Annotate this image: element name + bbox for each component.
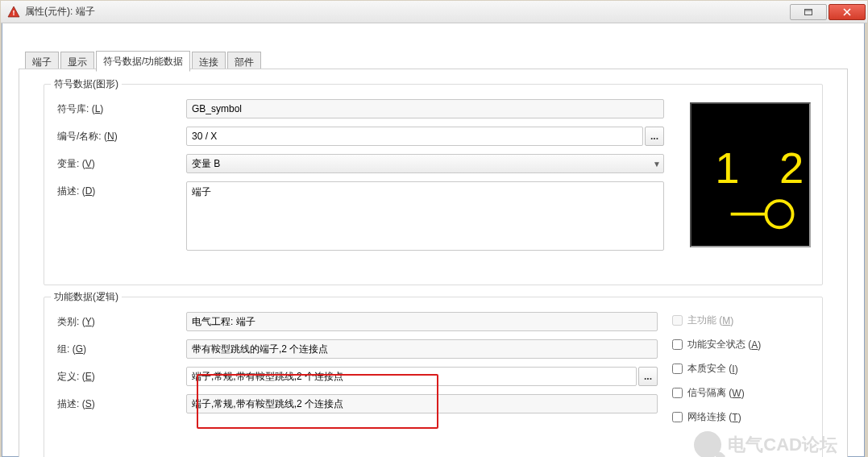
input-category[interactable] <box>186 312 658 331</box>
checkbox-input-safety[interactable] <box>672 339 683 350</box>
label-description: 描述: (D) <box>57 181 186 198</box>
input-definition[interactable] <box>186 367 637 386</box>
browse-definition-button[interactable]: ... <box>638 367 658 386</box>
checkbox-main: 主功能 (M) <box>672 314 809 327</box>
checkbox-input-intrinsic[interactable] <box>672 364 683 374</box>
row-func-description: 描述: (S) <box>57 394 658 413</box>
checkbox-safety[interactable]: 功能安全状态 (A) <box>672 338 809 351</box>
checkbox-column: 主功能 (M)功能安全状态 (A)本质安全 (I)信号隔离 (W)网络连接 (T… <box>672 312 809 434</box>
maximize-button[interactable] <box>790 4 827 20</box>
checkbox-input-isol[interactable] <box>672 388 683 398</box>
symbol-group-legend: 符号数据(图形) <box>51 77 122 91</box>
row-category: 类别: (Y) <box>57 312 658 331</box>
input-func-description[interactable] <box>186 394 658 413</box>
app-icon: ! <box>7 6 20 19</box>
function-group-legend: 功能数据(逻辑) <box>51 290 122 304</box>
tab-2[interactable]: 符号数据/功能数据 <box>96 51 190 72</box>
textarea-description[interactable] <box>186 181 664 251</box>
browse-number-button[interactable]: ... <box>645 127 664 146</box>
preview-num-1: 1 <box>715 143 739 193</box>
checkbox-input-net[interactable] <box>672 412 683 422</box>
checkbox-net[interactable]: 网络连接 (T) <box>672 410 809 424</box>
input-group[interactable] <box>186 339 658 359</box>
svg-text:!: ! <box>13 9 15 17</box>
checkbox-intrinsic[interactable]: 本质安全 (I) <box>672 362 809 376</box>
label-variant: 变量: (V) <box>57 154 186 171</box>
property-window: ! 属性(元件): 端子 端子显示符号数据/功能数据连接部件 符号数据(图形) … <box>2 11 865 457</box>
label-category: 类别: (Y) <box>57 312 186 329</box>
row-definition: 定义: (E) ... <box>57 367 658 386</box>
label-number-name: 编号/名称: (N) <box>57 127 186 143</box>
label-symbol-library: 符号库: (L) <box>57 99 186 116</box>
symbol-preview: 1 2 <box>690 102 811 247</box>
symbol-data-group: 符号数据(图形) 符号库: (L) 编号/名称: (N) ... 变量: (V)… <box>44 84 823 285</box>
input-symbol-library[interactable] <box>186 99 664 118</box>
svg-point-7 <box>766 201 792 227</box>
label-group: 组: (G) <box>57 339 186 356</box>
label-func-description: 描述: (S) <box>57 394 186 411</box>
preview-num-2: 2 <box>779 143 804 193</box>
combo-variant[interactable] <box>186 154 664 173</box>
close-icon <box>843 8 851 16</box>
checkbox-isol[interactable]: 信号隔离 (W) <box>672 386 809 400</box>
close-button[interactable] <box>829 4 866 20</box>
maximize-icon <box>804 9 812 15</box>
tab-panel: 符号数据(图形) 符号库: (L) 编号/名称: (N) ... 变量: (V)… <box>19 69 848 457</box>
function-data-group: 功能数据(逻辑) 类别: (Y) 组: (G) 定义: (E) <box>44 297 823 457</box>
row-group: 组: (G) <box>57 339 658 359</box>
input-number-name[interactable] <box>186 127 643 146</box>
checkbox-input-main <box>672 315 683 326</box>
titlebar[interactable]: ! 属性(元件): 端子 <box>1 1 867 23</box>
window-title: 属性(元件): 端子 <box>25 5 95 19</box>
label-definition: 定义: (E) <box>57 367 186 384</box>
